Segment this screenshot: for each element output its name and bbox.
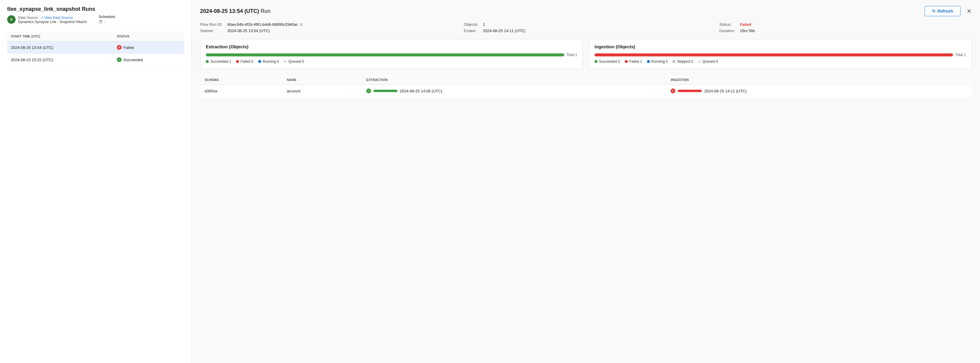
legend-dot [595,60,598,63]
legend-item: Skipped 0 [672,59,693,64]
refresh-icon: ↻ [932,9,935,13]
detail-name: account [282,85,362,97]
run-label-text: Run [261,8,270,14]
meta-grid: Flow Run ID: bfaec94b-4f2d-4f81-b4d6-889… [200,22,972,33]
legend-label: Failed 0 [240,59,253,64]
legend-dot [625,60,628,63]
runs-table: START TIME (UTC) STATUS 2024-08-25 13:54… [7,32,184,66]
legend-dot [647,60,650,63]
schedule-label: Schedule: [99,15,116,19]
legend-item: Running 0 [647,59,668,64]
extraction-card: Extraction (Objects) Total 1 Succeeded 1… [200,39,583,69]
ingestion-legend: Succeeded 0Failed 1Running 0Skipped 0Que… [595,59,966,64]
legend-label: Skipped 0 [677,59,693,64]
extraction-legend: Succeeded 1Failed 0Running 0Queued 0 [206,59,577,64]
close-button[interactable]: ✕ [967,8,972,15]
succeeded-icon: ✓ [117,57,122,62]
col-start-time: START TIME (UTC) [7,32,113,42]
view-data-source-link[interactable]: View Data Source [44,16,73,20]
schedule-value: ⏱ - [99,19,116,24]
table-row[interactable]: 2024-08-25 13:54 (UTC)✕Failed [7,42,184,54]
detail-table: SCHEMA NAME EXTRACTION INGESTION d365cea… [200,75,972,97]
right-header: 2024-08-25 13:54 (UTC) Run ↻ Refresh ✕ [200,6,972,16]
run-title: 2024-08-25 13:54 (UTC) Run [200,8,270,14]
status-label: Status: [719,22,735,27]
detail-schema: d365ce [200,85,283,97]
ingestion-progress-fill [595,53,953,56]
extraction-success-icon: ✓ [366,88,371,93]
legend-dot [284,60,286,63]
ingestion-progress-bar [595,53,953,56]
legend-label: Running 0 [262,59,279,64]
legend-label: Running 0 [651,59,668,64]
left-header: tlee_synapse_link_snapshot Runs D Data S… [7,6,184,24]
schedule-time: - [104,20,105,24]
run-date: 2024-08-25 13:54 (UTC) [200,8,259,14]
ds-avatar: D [7,15,16,24]
page-title: tlee_synapse_link_snapshot Runs [7,6,184,12]
status-text: Failed [123,45,134,50]
legend-item: Queued 0 [698,59,718,64]
table-row[interactable]: 2024-08-23 23:22 (UTC)✓Succeeded [7,54,184,66]
legend-label: Succeeded 0 [599,59,620,64]
legend-label: Queued 0 [702,59,718,64]
col-status: STATUS [113,32,184,42]
duration-value: 16m 58s [740,29,972,33]
legend-dot [258,60,261,63]
col-ingestion: INGESTION [667,75,971,85]
legend-dot [206,60,209,63]
legend-item: Running 0 [258,59,279,64]
refresh-button[interactable]: ↻ Refresh [924,6,961,16]
legend-dot [698,60,701,63]
legend-dot [236,60,239,63]
started-value: 2024-08-25 13:54 (UTC) [228,29,459,33]
started-label: Started: [200,29,223,33]
failed-icon: ✕ [117,45,122,50]
data-source-label: Data Source [18,16,38,20]
detail-header-row: SCHEMA NAME EXTRACTION INGESTION [200,75,972,85]
objects-label: Objects: [464,22,478,27]
ended-label: Ended: [464,29,478,33]
extraction-progress-row: Total 1 [206,53,577,57]
ingestion-date: 2024-08-25 14:11 (UTC) [704,89,747,93]
flow-run-id-text: bfaec94b-4f2d-4f81-b4d6-88995c2940ac [228,22,298,27]
copy-icon[interactable]: ⧉ [300,22,304,27]
ingestion-fail-icon: ✕ [671,88,675,93]
flow-run-id-value: bfaec94b-4f2d-4f81-b4d6-88995c2940ac ⧉ [228,22,459,27]
legend-item: Failed 1 [625,59,642,64]
pipeline-name: tlee_synapse_link_snapshot [7,6,80,12]
col-name: NAME [282,75,362,85]
legend-item: Queued 0 [284,59,304,64]
detail-extraction: ✓ 2024-08-25 14:06 (UTC) [362,85,667,97]
refresh-label: Refresh [937,9,953,13]
ended-value: 2024-08-25 14:11 (UTC) [483,29,714,33]
run-status: ✕Failed [113,42,184,54]
col-extraction: EXTRACTION [362,75,667,85]
flow-run-id-label: Flow Run ID: [200,22,223,27]
ingestion-card-title: Ingestion (Objects) [595,44,966,49]
table-header-row: START TIME (UTC) STATUS [7,32,184,42]
extraction-progress-fill [206,53,564,56]
run-start-time: 2024-08-23 23:22 (UTC) [7,54,113,66]
legend-item: Failed 0 [236,59,253,64]
status-badge: Failed [740,22,972,27]
extraction-total: Total 1 [567,53,577,57]
status-badge: ✕Failed [117,45,181,50]
run-status: ✓Succeeded [113,54,184,66]
right-panel: 2024-08-25 13:54 (UTC) Run ↻ Refresh ✕ F… [192,0,980,363]
legend-item: Succeeded 1 [206,59,231,64]
cards-row: Extraction (Objects) Total 1 Succeeded 1… [200,39,972,69]
schedule-section: Schedule: ⏱ - [99,15,116,24]
col-schema: SCHEMA [200,75,283,85]
data-source-row: D Data Source ↗ View Data Source Dynamic… [7,15,184,24]
ingestion-progress-row: Total 1 [595,53,966,57]
objects-value: 1 [483,22,714,27]
run-start-time: 2024-08-25 13:54 (UTC) [7,42,113,54]
ds-info: Data Source ↗ View Data Source Dynamics … [18,15,87,24]
extraction-card-title: Extraction (Objects) [206,44,577,49]
duration-label: Duration: [719,29,735,33]
extraction-progress-bar [206,53,564,56]
extraction-mini-bar [374,90,398,92]
ds-name: Dynamics Synapse Link - Snapshot Hitachi [18,20,87,24]
legend-dot [672,60,675,63]
